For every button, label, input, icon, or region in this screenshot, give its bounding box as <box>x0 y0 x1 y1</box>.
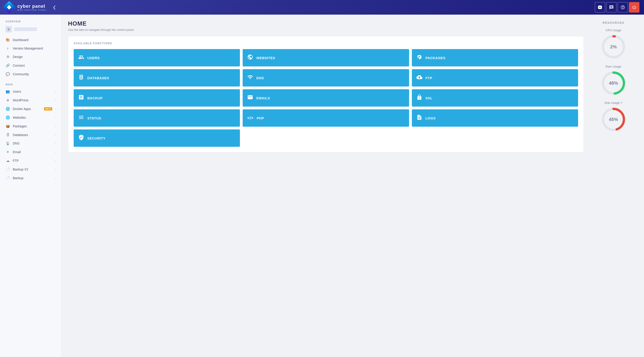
disk-value: 45% <box>609 117 618 122</box>
func-php-label: PHP <box>257 116 264 120</box>
topnav-actions <box>595 2 640 13</box>
func-users-label: USERS <box>87 56 100 60</box>
security-func-icon <box>78 134 84 142</box>
sidebar-item-users[interactable]: 👥 Users › <box>0 87 61 96</box>
sidebar-item-databases[interactable]: 🗄 Databases › <box>0 131 61 139</box>
sidebar-user: 🖥 <box>0 24 61 34</box>
sidebar-item-backup[interactable]: 📄 Backup › <box>0 174 61 182</box>
page-title: HOME <box>68 20 584 27</box>
chevron-right-icon: › <box>55 168 56 171</box>
func-security-label: SECURITY <box>87 136 106 140</box>
packages-icon: 📦 <box>6 124 10 128</box>
func-dns-button[interactable]: DNS <box>243 69 409 87</box>
design-icon: ⚙ <box>6 55 10 59</box>
websites-func-icon <box>247 54 253 61</box>
func-backup-button[interactable]: BACKUP <box>74 89 240 107</box>
main-layout: OVERVIEW 🖥 🎨 Dashboard i Version Managem… <box>0 15 644 357</box>
ram-gauge: Ram Usage 48% <box>588 65 638 96</box>
func-dns-label: DNS <box>256 76 264 80</box>
chevron-right-icon: › <box>55 142 56 145</box>
chevron-right-icon: › <box>55 99 56 102</box>
func-security-button[interactable]: SECURITY <box>74 129 240 147</box>
sidebar-item-connect[interactable]: 🔗 Connect <box>0 61 61 70</box>
sidebar-item-ftp[interactable]: ☁ FTP › <box>0 156 61 165</box>
func-packages-label: PACKAGES <box>426 56 446 60</box>
user-icon: 🖥 <box>6 26 12 33</box>
backupv2-icon: 📄 <box>6 167 10 171</box>
func-php-button[interactable]: </> PHP <box>243 109 409 127</box>
sidebar-item-label: Databases <box>13 133 52 137</box>
ftp-icon: ☁ <box>6 159 10 163</box>
sidebar-item-backupv2[interactable]: 📄 Backup V2 › <box>0 165 61 174</box>
sidebar-item-version[interactable]: i Version Management <box>0 44 61 53</box>
sidebar-item-label: Docker Apps <box>13 107 41 111</box>
sidebar-item-design[interactable]: ⚙ Design <box>0 53 61 61</box>
chevron-right-icon: › <box>55 90 56 93</box>
community-icon: 💬 <box>6 72 10 76</box>
sidebar-item-community[interactable]: 💬 Community <box>0 70 61 79</box>
backup-icon: 📄 <box>6 176 10 180</box>
topnav: cyber panel WEB HOSTING PANEL ❮ <box>0 0 644 15</box>
cpu-value: 2% <box>610 44 617 50</box>
databases-func-icon <box>78 74 84 82</box>
sidebar-item-dns[interactable]: 📡 DNS › <box>0 139 61 148</box>
disk-label: Disk Usage '/' <box>588 101 638 105</box>
sidebar-item-websites[interactable]: 🌐 Websites › <box>0 113 61 122</box>
sidebar-item-dashboard[interactable]: 🎨 Dashboard <box>0 36 61 44</box>
func-emails-label: EMAILS <box>256 96 270 100</box>
content-area: HOME Use the tabs to navigate through th… <box>62 15 644 357</box>
page-subtitle: Use the tabs to navigate through the con… <box>68 28 584 32</box>
sidebar-item-label: Websites <box>13 116 52 119</box>
dns-func-icon <box>247 74 253 82</box>
brand-text: cyber panel WEB HOSTING PANEL <box>17 4 47 11</box>
dns-icon: 📡 <box>6 141 10 145</box>
sidebar-item-label: Design <box>13 55 56 59</box>
users-icon: 👥 <box>6 90 10 94</box>
func-databases-button[interactable]: DATABASES <box>74 69 240 87</box>
chevron-right-icon: › <box>55 151 56 153</box>
logo-icon <box>3 1 16 14</box>
sidebar-item-label: Email <box>13 150 52 154</box>
functions-label: AVAILABLE FUNCTIONS <box>74 42 578 45</box>
websites-icon: 🌐 <box>6 116 10 120</box>
ram-label: Ram Usage <box>588 65 638 68</box>
brand-name: cyber panel <box>17 4 47 9</box>
youtube-button[interactable] <box>595 2 605 13</box>
collapse-button[interactable]: ❮ <box>53 5 56 10</box>
beta-badge: BETA <box>44 107 52 111</box>
email-icon: ✈ <box>6 150 10 154</box>
sidebar-item-wordpress[interactable]: ⊕ WordPress › <box>0 96 61 105</box>
func-ftp-button[interactable]: FTP <box>412 69 578 87</box>
chevron-right-icon: › <box>55 134 56 136</box>
sidebar-item-label: Packages <box>13 124 52 128</box>
sidebar-item-label: Backup <box>13 176 52 180</box>
func-status-label: STATUS <box>87 116 101 120</box>
sidebar-item-docker[interactable]: 🌐 Docker Apps BETA › <box>0 105 61 113</box>
content-main: HOME Use the tabs to navigate through th… <box>68 20 584 351</box>
sidebar-item-email[interactable]: ✈ Email › <box>0 148 61 156</box>
func-emails-button[interactable]: EMAILS <box>243 89 409 107</box>
sidebar-item-label: Community <box>13 72 56 76</box>
func-ssl-button[interactable]: SSL <box>412 89 578 107</box>
sidebar-item-packages[interactable]: 📦 Packages › <box>0 122 61 131</box>
func-status-button[interactable]: STATUS <box>74 109 240 127</box>
backup-func-icon <box>78 94 84 102</box>
func-websites-button[interactable]: WEBSITES <box>243 49 409 67</box>
func-packages-button[interactable]: PACKAGES <box>412 49 578 67</box>
func-users-button[interactable]: USERS <box>74 49 240 67</box>
cpu-gauge-wrap: 2% <box>601 34 626 59</box>
chat-button[interactable] <box>606 2 617 13</box>
func-logs-button[interactable]: LOGS <box>412 109 578 127</box>
chevron-right-icon: › <box>55 177 56 179</box>
docker-icon: 🌐 <box>6 107 10 111</box>
logs-func-icon <box>416 114 422 122</box>
func-logs-label: LOGS <box>426 116 436 120</box>
help-button[interactable] <box>618 2 628 13</box>
func-ssl-label: SSL <box>426 96 432 100</box>
func-ftp-label: FTP <box>426 76 432 80</box>
power-button[interactable] <box>629 2 640 13</box>
chevron-right-icon: › <box>55 125 56 128</box>
functions-card: AVAILABLE FUNCTIONS USERS WEBSITES <box>68 36 584 152</box>
php-func-icon: </> <box>247 116 254 121</box>
chevron-right-icon: › <box>55 159 56 162</box>
